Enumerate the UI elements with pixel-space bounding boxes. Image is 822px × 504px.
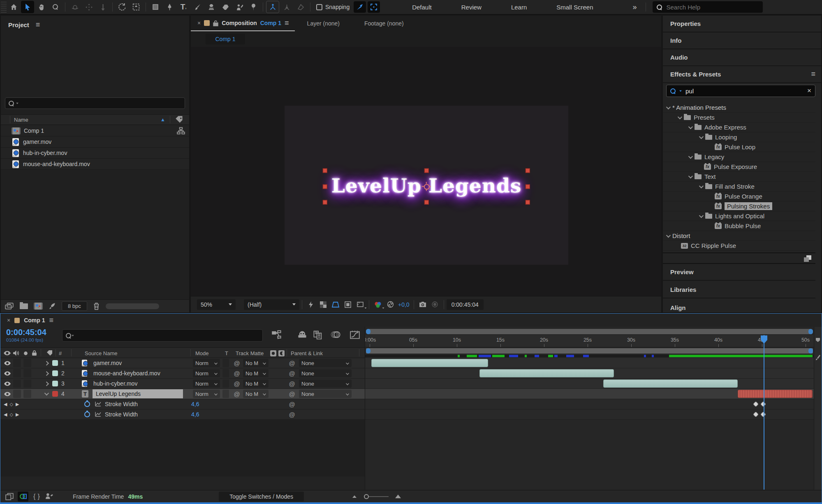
matte-luma-icon[interactable]: [278, 348, 285, 358]
eraser-tool-icon[interactable]: [219, 1, 232, 13]
chevron-right-icon[interactable]: [44, 379, 50, 388]
navigator-end-handle[interactable]: [808, 329, 813, 334]
layer-row-mouse-and-keyboard[interactable]: 2 mouse-and-keyboard.mov Norm @ No M @ N…: [0, 368, 365, 379]
brush-tool-icon[interactable]: [191, 1, 204, 13]
expression-pickwhip-icon[interactable]: @: [288, 409, 296, 419]
track-matte-dropdown[interactable]: No M: [243, 359, 269, 367]
keyframe-navigator[interactable]: ◀◇▶: [4, 399, 19, 409]
keyframe-icon[interactable]: [753, 401, 759, 407]
frame-blending-icon[interactable]: [313, 330, 323, 340]
timeline-panel-menu-icon[interactable]: ≡: [49, 316, 54, 325]
layer-row-gamer[interactable]: 1 gamer.mov Norm @ No M @ None: [0, 358, 365, 368]
search-help-box[interactable]: [653, 1, 763, 13]
label-column-tag-icon[interactable]: [46, 348, 53, 358]
zoom-tool-icon[interactable]: [49, 1, 62, 13]
selection-handle[interactable]: [323, 184, 327, 189]
channel-rgb-icon[interactable]: [372, 299, 384, 310]
property-row-stroke-width-2[interactable]: ◀◇▶ Stroke Width 4,6 @: [0, 409, 365, 420]
selection-handle[interactable]: [526, 184, 530, 189]
properties-panel-header[interactable]: Properties: [663, 16, 821, 32]
graph-icon[interactable]: [95, 412, 101, 417]
project-name-column[interactable]: Name: [14, 117, 28, 123]
puppet-pin-tool-icon[interactable]: [247, 1, 260, 13]
graph-editor-icon[interactable]: [350, 330, 360, 340]
timeline-tab[interactable]: × Comp 1 ≡: [0, 314, 53, 327]
chevron-down-icon[interactable]: [678, 114, 682, 119]
parent-pickwhip-icon[interactable]: @: [288, 358, 296, 368]
layer-name-selected[interactable]: LevelUp Legends: [93, 389, 183, 398]
rotation-tool-icon[interactable]: [116, 1, 129, 13]
expressions-braces-icon[interactable]: { }: [33, 493, 40, 500]
panel-resize-grip-icon[interactable]: [804, 255, 811, 262]
viewer-timecode[interactable]: 0:00:45:04: [447, 299, 484, 310]
delete-trash-icon[interactable]: [93, 302, 100, 310]
timeline-zoom-slider[interactable]: [364, 496, 389, 497]
track-matte-dropdown[interactable]: No M: [243, 390, 269, 398]
keyframe-navigator[interactable]: ◀◇▶: [4, 409, 19, 419]
pen-tool-icon[interactable]: [163, 1, 176, 13]
property-name[interactable]: Stroke Width: [105, 409, 138, 419]
workspace-review[interactable]: Review: [447, 4, 496, 11]
current-timecode[interactable]: 0:00:45:04: [6, 328, 46, 337]
mode-column-header[interactable]: Mode: [195, 348, 209, 358]
tab-composition[interactable]: × Composition Comp 1 ≡: [191, 16, 295, 31]
property-row-stroke-width-1[interactable]: ◀◇▶ Stroke Width 4,6 @: [0, 399, 365, 409]
eye-icon[interactable]: [4, 358, 11, 368]
project-panel-menu-icon[interactable]: ≡: [36, 21, 40, 29]
keyframe-icon[interactable]: [760, 401, 766, 407]
tree-item-animation-presets[interactable]: * Animation Presets: [663, 103, 815, 113]
blend-mode-dropdown[interactable]: Norm: [193, 379, 220, 388]
av-features-toggle-icon[interactable]: [18, 492, 28, 502]
transparency-grid-icon[interactable]: [317, 299, 329, 310]
timeline-vertical-scrollbar[interactable]: [814, 327, 822, 490]
layer-color-swatch[interactable]: [52, 360, 58, 366]
parent-pickwhip-icon[interactable]: @: [288, 379, 296, 388]
exposure-aperture-icon[interactable]: [384, 299, 396, 310]
roto-brush-tool-icon[interactable]: [233, 1, 246, 13]
home-icon[interactable]: [7, 1, 20, 13]
track-matte-dropdown[interactable]: No M: [243, 379, 269, 388]
pan-camera-tool-icon[interactable]: [82, 1, 95, 13]
tree-item-pulse-exposure[interactable]: fx Pulse Exposure: [663, 162, 815, 172]
video-column-eye-icon[interactable]: [4, 348, 11, 358]
audio-column-speaker-icon[interactable]: [13, 348, 19, 358]
hand-tool-icon[interactable]: [35, 1, 48, 13]
composition-canvas[interactable]: LevelUp Legends: [285, 106, 568, 265]
rectangle-tool-icon[interactable]: [149, 1, 162, 13]
type-tool-icon[interactable]: T,: [177, 1, 190, 13]
interpret-footage-icon[interactable]: [5, 303, 14, 310]
audio-panel-header[interactable]: Audio: [663, 49, 821, 66]
chevron-down-icon[interactable]: [688, 154, 693, 158]
parent-dropdown[interactable]: None: [299, 379, 352, 388]
parent-dropdown[interactable]: None: [299, 359, 352, 367]
tree-item-presets[interactable]: Presets: [663, 113, 815, 123]
chevron-down-icon[interactable]: [699, 134, 704, 139]
close-icon[interactable]: ×: [197, 20, 201, 26]
render-settings-icon[interactable]: [45, 493, 53, 500]
playhead-line[interactable]: [764, 335, 764, 490]
stopwatch-icon[interactable]: [84, 412, 90, 417]
property-name[interactable]: Stroke Width: [105, 399, 138, 409]
workspace-small-screen[interactable]: Small Screen: [542, 4, 608, 11]
project-search-box[interactable]: [5, 97, 185, 109]
toggle-mask-visibility-icon[interactable]: [329, 299, 342, 310]
timeline-search-box[interactable]: [62, 329, 263, 342]
new-folder-icon[interactable]: [20, 303, 28, 309]
guides-options-icon[interactable]: [354, 299, 366, 310]
selection-handle[interactable]: [526, 200, 530, 204]
project-settings-icon[interactable]: [49, 303, 56, 310]
preview-panel-header[interactable]: Preview: [663, 264, 815, 281]
snapping-checkbox[interactable]: [316, 4, 322, 10]
parent-pickwhip-icon[interactable]: @: [288, 368, 296, 378]
text-layer-visual[interactable]: LevelUp Legends: [331, 174, 521, 197]
info-panel-header[interactable]: Info: [663, 32, 821, 49]
stopwatch-icon[interactable]: [84, 401, 90, 407]
layer-row-levelup-legends[interactable]: 4 T LevelUp Legends Norm @ No M @ None: [0, 389, 365, 399]
exposure-value[interactable]: +0,0: [398, 301, 410, 308]
comp-marker-bin-icon[interactable]: [815, 338, 820, 342]
snapshot-camera-icon[interactable]: [417, 299, 429, 310]
world-axis-mode-icon[interactable]: [280, 1, 293, 13]
sort-ascending-icon[interactable]: ▲: [160, 117, 165, 123]
resolution-dropdown[interactable]: (Half): [244, 299, 299, 310]
clone-stamp-tool-icon[interactable]: [205, 1, 218, 13]
